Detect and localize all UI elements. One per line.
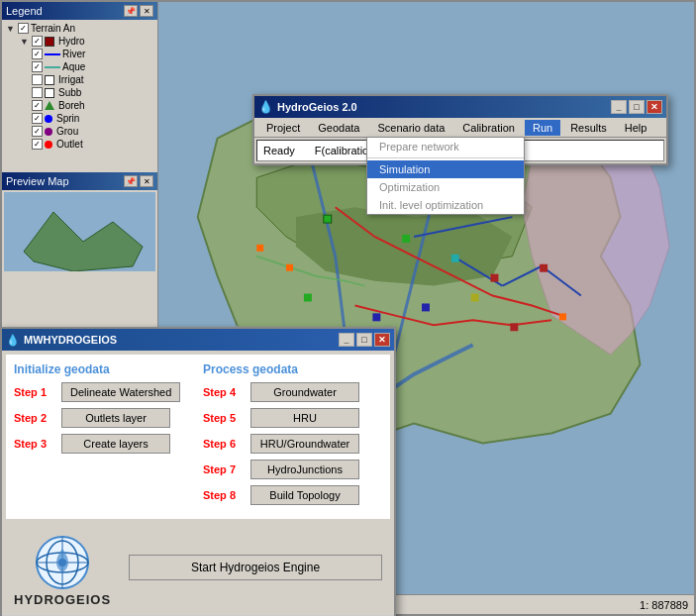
sprin-checkbox[interactable]	[32, 113, 43, 124]
hydro-label: Hydro	[58, 36, 85, 47]
tree-expand-2: ▼	[20, 37, 30, 47]
step2-label: Step 2	[14, 412, 55, 424]
legend-terrain-group[interactable]: ▼ Terrain An	[6, 22, 153, 35]
hydro-menu-geodata[interactable]: Geodata	[310, 120, 367, 136]
svg-rect-12	[402, 235, 410, 243]
legend-close[interactable]: ✕	[140, 5, 153, 17]
hydro-checkbox[interactable]	[32, 36, 43, 47]
hydro-menu-calibration[interactable]: Calibration	[454, 120, 523, 136]
legend-irrigat[interactable]: Irrigat	[6, 73, 153, 86]
legend-grou[interactable]: Grou	[6, 125, 153, 138]
hydro-status-text: Ready	[263, 145, 295, 156]
dropdown-init[interactable]: Init. level optimization	[367, 196, 524, 214]
terrain-checkbox[interactable]	[18, 23, 29, 34]
mw-close[interactable]: ✕	[374, 333, 390, 347]
aque-checkbox[interactable]	[32, 61, 43, 72]
run-dropdown: Prepare network Simulation Optimization …	[366, 137, 525, 215]
river-label: River	[62, 49, 85, 59]
irrigat-icon	[45, 75, 54, 85]
step8-row: Step 8 Build Topology	[203, 485, 382, 505]
legend-title-bar: Legend 📌 ✕	[2, 2, 157, 20]
aque-icon	[45, 62, 60, 72]
mw-title-bar: 💧 MWHYDROGEIOS _ □ ✕	[2, 329, 394, 351]
dropdown-simulation[interactable]: Simulation	[367, 160, 524, 178]
hru-groundwater-button[interactable]: HRU/Groundwater	[250, 434, 359, 454]
legend-title: Legend	[6, 5, 43, 17]
dropdown-sep1	[367, 157, 524, 158]
dropdown-optimization[interactable]: Optimization	[367, 178, 524, 196]
boreh-icon	[45, 101, 54, 110]
step3-row: Step 3 Create layers	[14, 434, 193, 454]
mw-sections: Initialize geodata Step 1 Delineate Wate…	[14, 362, 382, 511]
hydro-menu-help[interactable]: Help	[617, 120, 655, 136]
hydro-menu-project[interactable]: Project	[258, 120, 308, 136]
svg-rect-13	[451, 255, 459, 262]
boreh-checkbox[interactable]	[32, 100, 43, 111]
hydrojunctions-button[interactable]: HydroJunctions	[250, 460, 359, 479]
hydro-menu-scenario[interactable]: Scenario data	[369, 120, 452, 136]
svg-rect-16	[372, 313, 380, 321]
logo-svg	[35, 535, 90, 590]
hydro-close[interactable]: ✕	[646, 100, 662, 114]
legend-tree: ▼ Terrain An ▼ Hydro River Aque	[2, 20, 157, 153]
irrigat-checkbox[interactable]	[32, 74, 43, 85]
mw-title-icon: 💧	[6, 334, 20, 347]
build-topology-button[interactable]: Build Topology	[250, 485, 359, 505]
init-section-title: Initialize geodata	[14, 362, 193, 376]
process-section: Process geodata Step 4 Groundwater Step …	[203, 362, 382, 511]
preview-map-svg	[4, 192, 155, 271]
step2-row: Step 2 Outlets layer	[14, 408, 193, 428]
preview-pin[interactable]: 📌	[124, 175, 138, 187]
dropdown-prepare[interactable]: Prepare network	[367, 138, 524, 155]
initialize-section: Initialize geodata Step 1 Delineate Wate…	[14, 362, 193, 511]
step1-label: Step 1	[14, 386, 55, 398]
step8-label: Step 8	[203, 489, 245, 501]
subb-icon	[45, 88, 54, 98]
logo-text: HYDROGEIOS	[14, 592, 111, 607]
legend-boreh[interactable]: Boreh	[6, 99, 153, 112]
outlet-checkbox[interactable]	[32, 139, 43, 150]
svg-rect-17	[422, 303, 430, 311]
groundwater-button[interactable]: Groundwater	[250, 382, 359, 402]
legend-hydro[interactable]: ▼ Hydro	[6, 35, 153, 48]
tree-expand-icon: ▼	[6, 24, 16, 34]
sprin-label: Sprin	[56, 113, 79, 124]
start-engine-area: Start Hydrogeios Engine	[125, 555, 386, 584]
preview-map-title: Preview Map	[6, 175, 69, 187]
step6-label: Step 6	[203, 438, 245, 450]
preview-map-bar: Preview Map 📌 ✕	[2, 172, 157, 190]
svg-rect-18	[471, 294, 479, 302]
hydro-menu-results[interactable]: Results	[562, 120, 615, 136]
legend-sprin[interactable]: Sprin	[6, 112, 153, 125]
legend-pin[interactable]: 📌	[124, 5, 138, 17]
svg-marker-0	[24, 212, 143, 271]
hru-button[interactable]: HRU	[250, 408, 359, 428]
svg-rect-21	[510, 323, 518, 331]
delineate-watershed-button[interactable]: Delineate Watershed	[61, 382, 180, 402]
hydro-menu-run[interactable]: Run	[525, 120, 560, 136]
legend-outlet[interactable]: Outlet	[6, 138, 153, 151]
river-icon	[45, 50, 60, 59]
river-checkbox[interactable]	[32, 49, 43, 59]
step3-label: Step 3	[14, 438, 55, 450]
svg-rect-24	[286, 264, 293, 271]
hydro-title: HydroGeios 2.0	[277, 101, 357, 113]
create-layers-button[interactable]: Create layers	[61, 434, 170, 454]
hydro-minimize[interactable]: _	[611, 100, 627, 114]
hydro-menu-bar: Project Geodata Scenario data Calibratio…	[254, 118, 666, 138]
grou-checkbox[interactable]	[32, 126, 43, 137]
boreh-label: Boreh	[58, 100, 85, 111]
mw-title: MWHYDROGEIOS	[24, 334, 117, 346]
mw-maximize[interactable]: □	[356, 333, 372, 347]
outlets-layer-button[interactable]: Outlets layer	[61, 408, 170, 428]
legend-river[interactable]: River	[6, 48, 153, 60]
mw-minimize[interactable]: _	[339, 333, 354, 347]
preview-close[interactable]: ✕	[140, 175, 153, 187]
legend-subb[interactable]: Subb	[6, 86, 153, 99]
svg-rect-23	[256, 245, 263, 252]
subb-checkbox[interactable]	[32, 87, 43, 98]
outlet-label: Outlet	[56, 139, 83, 150]
legend-aque[interactable]: Aque	[6, 60, 153, 73]
hydro-maximize[interactable]: □	[629, 100, 645, 114]
start-engine-button[interactable]: Start Hydrogeios Engine	[129, 555, 382, 580]
